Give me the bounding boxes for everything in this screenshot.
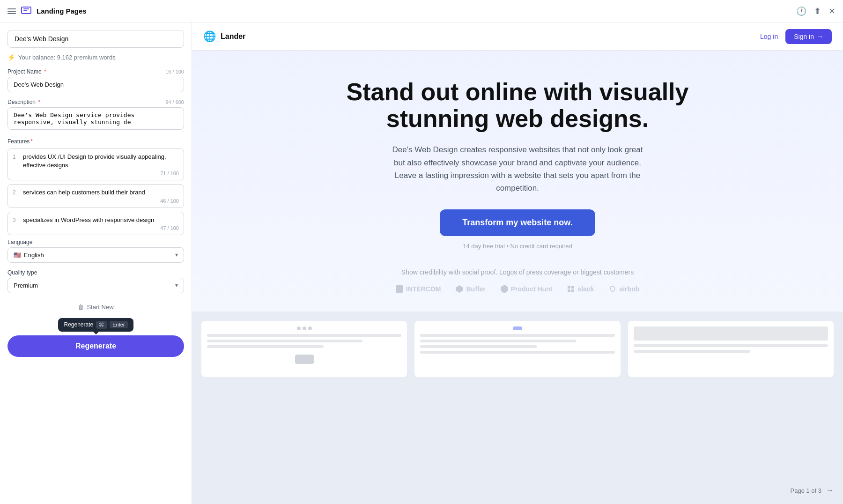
svg-point-3 (501, 285, 508, 293)
hero-cta-button[interactable]: Transform my website now. (440, 209, 595, 236)
preview-card-1 (201, 321, 407, 377)
menu-icon[interactable] (7, 8, 16, 14)
logo-icon (21, 6, 32, 17)
project-name-display: Dee's Web Design (7, 30, 184, 48)
language-label: Language (7, 239, 184, 245)
close-icon[interactable]: ✕ (828, 6, 836, 16)
tooltip-wrap: Regenerate ⌘ Enter (7, 318, 184, 332)
hero-headline: Stand out online with visually stunning … (330, 79, 705, 132)
feature-item-1[interactable]: 1 provides UX /UI Design to provide visu… (7, 148, 184, 180)
preview-card-3 (628, 321, 834, 377)
description-input[interactable] (7, 107, 184, 130)
top-bar-left: Landing Pages (7, 6, 87, 17)
top-bar-right: 🕐 ⬆ ✕ (796, 6, 836, 16)
quality-type-select[interactable]: Premium ▾ (7, 278, 184, 293)
svg-rect-1 (396, 285, 403, 293)
svg-rect-6 (568, 289, 570, 292)
main-layout: Dee's Web Design ⚡ Your balance: 9,162 p… (0, 22, 843, 504)
app-title: Landing Pages (37, 7, 87, 15)
site-name: Lander (221, 32, 245, 41)
hero-disclaimer: 14 day free trial • No credit card requi… (211, 243, 824, 250)
svg-marker-2 (456, 285, 463, 293)
svg-rect-5 (571, 286, 574, 289)
logos-row: INTERCOM Buffer Product Hunt slack airbn… (211, 285, 824, 293)
feature-item-3[interactable]: 3 specializes in WordPress with responsi… (7, 212, 184, 235)
features-label: Features * (7, 138, 184, 145)
quality-type-group: Quality type Premium ▾ (7, 269, 184, 293)
start-new-button[interactable]: 🗑 Start New (7, 304, 184, 311)
logo-producthunt: Product Hunt (501, 285, 553, 293)
globe-icon: 🌐 (203, 30, 216, 43)
description-group: Description * 94 / 600 (7, 99, 184, 132)
quality-type-value: Premium (14, 282, 38, 289)
top-bar: Landing Pages 🕐 ⬆ ✕ (0, 0, 843, 22)
enter-key: Enter (110, 321, 127, 328)
cmd-key: ⌘ (96, 321, 107, 329)
description-label: Description * 94 / 600 (7, 99, 184, 105)
preview-nav: 🌐 Lander Log in Sign in → (192, 22, 843, 51)
language-value: English (24, 252, 44, 259)
quality-type-label: Quality type (7, 269, 184, 276)
balance-text: Your balance: 9,162 premium words (18, 54, 116, 61)
left-panel: Dee's Web Design ⚡ Your balance: 9,162 p… (0, 22, 192, 504)
signin-button[interactable]: Sign in → (785, 29, 832, 44)
svg-rect-4 (568, 286, 570, 289)
hero-section: Stand out online with visually stunning … (192, 51, 843, 311)
tooltip-arrow (93, 332, 99, 334)
right-panel: 🌐 Lander Log in Sign in → Stand out onli… (192, 22, 843, 504)
trash-icon: 🗑 (78, 304, 84, 311)
language-select[interactable]: 🇺🇸 English ▾ (7, 247, 184, 263)
clock-icon[interactable]: 🕐 (796, 6, 806, 16)
preview-strip: Page 1 of 3 → (192, 311, 843, 504)
hero-subtext: Dee's Web Design creates responsive webs… (386, 143, 649, 194)
logo-slack: slack (567, 285, 594, 293)
preview-card-2 (414, 321, 620, 377)
regenerate-tooltip: Regenerate ⌘ Enter (58, 318, 133, 332)
login-link[interactable]: Log in (760, 33, 778, 40)
logo-airbnb: airbnb (609, 285, 639, 293)
project-name-label: Project Name * 16 / 100 (7, 68, 184, 75)
share-icon[interactable]: ⬆ (814, 6, 821, 16)
project-name-group: Project Name * 16 / 100 (7, 68, 184, 92)
language-flag: 🇺🇸 (14, 252, 21, 259)
balance-row: ⚡ Your balance: 9,162 premium words (7, 53, 184, 61)
svg-rect-7 (571, 289, 574, 292)
logo-intercom: INTERCOM (396, 285, 441, 293)
social-proof-text: Show credibility with social proof. Logo… (211, 268, 824, 276)
chevron-down-icon: ▾ (175, 252, 178, 258)
balance-icon: ⚡ (7, 53, 15, 61)
project-name-input[interactable] (7, 77, 184, 92)
language-group: Language 🇺🇸 English ▾ (7, 239, 184, 263)
regenerate-button[interactable]: Regenerate (7, 335, 184, 357)
feature-item-2[interactable]: 2 services can help customers build thei… (7, 184, 184, 208)
next-page-button[interactable]: → (826, 486, 834, 495)
page-indicator: Page 1 of 3 (791, 487, 822, 494)
chevron-down-icon-quality: ▾ (175, 282, 178, 289)
logo-buffer: Buffer (456, 285, 485, 293)
features-group: Features * 1 provides UX /UI Design to p… (7, 138, 184, 239)
page-nav: Page 1 of 3 → (791, 486, 834, 495)
